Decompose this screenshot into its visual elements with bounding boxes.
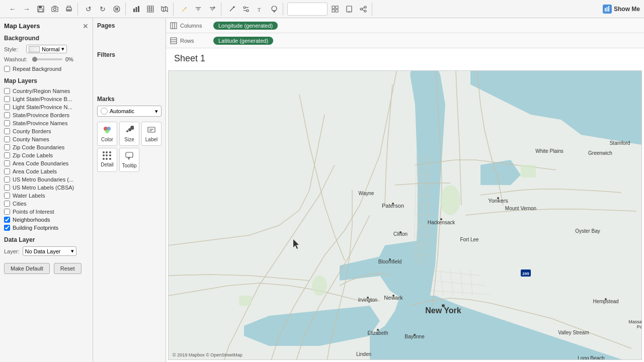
toolbar-nav-group: ← → [4,3,78,16]
cursor [293,239,298,244]
layer-checkbox-3[interactable] [4,112,10,118]
chart-btn[interactable] [130,3,143,16]
svg-text:Oyster Bay: Oyster Bay [575,228,600,234]
rows-shelf: Rows Latitude (generated) [166,33,644,48]
device-btn[interactable] [287,3,328,16]
layer-checkbox-13[interactable] [4,193,10,199]
svg-point-4 [54,8,56,11]
svg-point-94 [312,276,327,296]
layer-row-14: Cities [4,200,89,207]
text-btn[interactable]: T [254,3,267,16]
layer-checkbox-9[interactable] [4,160,10,166]
svg-rect-40 [332,10,335,12]
layer-checkbox-16[interactable] [4,217,10,223]
layer-checkbox-2[interactable] [4,104,10,110]
svg-rect-66 [171,38,177,44]
annotation-btn[interactable] [225,3,238,16]
chevron-down-icon-2: ▾ [71,248,74,254]
map-layers-list: Country/Region NamesLight State/Province… [4,87,89,231]
marks-type-dropdown[interactable]: Automatic ▾ [97,106,162,117]
detail-mark-button[interactable]: Detail [97,148,117,172]
layer-row-5: County Borders [4,128,89,135]
svg-line-48 [362,10,364,11]
layer-checkbox-7[interactable] [4,144,10,150]
close-panel-button[interactable]: ✕ [83,23,89,30]
svg-point-32 [247,10,249,12]
data-layer-section-title: Data Layer [4,236,89,243]
layer-checkbox-15[interactable] [4,209,10,215]
camera-button[interactable] [48,3,61,16]
rows-pill[interactable]: Latitude (generated) [213,37,273,45]
layer-checkbox-17[interactable] [4,225,10,231]
layer-checkbox-6[interactable] [4,136,10,142]
sort-desc-btn[interactable] [206,3,219,16]
style-value: Normal [42,46,59,52]
map-container[interactable]: 295 New York Newark Yonkers Paterson Mou… [168,70,642,360]
layer-checkbox-4[interactable] [4,120,10,126]
svg-point-55 [126,130,128,132]
svg-rect-38 [332,6,335,9]
table-btn[interactable] [144,3,157,16]
save-button[interactable] [34,3,47,16]
toolbar-chart-group [128,3,174,16]
label-mark-button[interactable]: Label [141,122,162,146]
layer-label-4: State/Province Names [13,120,67,126]
clip-btn[interactable] [239,3,253,16]
svg-text:Wayne: Wayne [359,191,374,196]
grid2-btn[interactable] [329,3,342,16]
highlight-btn[interactable] [178,3,191,16]
pause-button[interactable] [110,3,123,16]
undo-button[interactable]: ↺ [82,3,95,16]
layer-checkbox-0[interactable] [4,88,10,94]
svg-rect-2 [39,9,43,12]
map-layers-section-title: Map Layers [4,77,89,84]
filter-sort-btn[interactable] [192,3,205,16]
layer-label-2: Light State/Province N... [13,104,72,110]
rows-icon [170,37,177,44]
tooltip-mark-button[interactable]: Tooltip [119,148,139,172]
map-btn[interactable] [158,3,171,16]
pages-label: Pages [97,22,162,29]
slider-thumb [32,57,37,62]
tooltip-btn-label: Tooltip [122,163,137,168]
layer-checkbox-11[interactable] [4,176,10,183]
repeat-background-row: Repeat Background [4,65,89,72]
data-layer-dropdown[interactable]: No Data Layer ▾ [23,246,76,256]
style-dropdown[interactable]: Normal ▾ [26,45,67,53]
make-default-button[interactable]: Make Default [4,263,50,274]
layer-checkbox-8[interactable] [4,152,10,158]
svg-text:Park: Park [637,324,641,329]
layer-checkbox-5[interactable] [4,128,10,134]
size-mark-button[interactable]: Size [119,122,139,146]
redo-button[interactable]: ↻ [96,3,109,16]
reset-button[interactable]: Reset [54,263,82,274]
svg-marker-18 [162,7,168,12]
detail-mark-icon [103,151,112,160]
forward-button[interactable]: → [20,3,33,16]
show-me-button[interactable]: Show Me [603,5,640,14]
layer-checkbox-1[interactable] [4,96,10,102]
layer-label: Layer: [4,248,20,254]
back-button[interactable]: ← [6,3,19,16]
washout-value: 0% [65,56,73,62]
svg-point-92 [440,185,460,215]
svg-point-7 [114,6,120,12]
tooltip2-btn[interactable] [268,3,281,16]
svg-text:Fort Lee: Fort Lee [460,237,479,242]
share-btn[interactable] [357,3,370,16]
svg-point-133 [392,203,394,205]
repeat-background-checkbox[interactable] [4,66,10,72]
toolbar: ← → ↺ ↻ [0,0,644,18]
print-button[interactable] [62,3,75,16]
layer-row-4: State/Province Names [4,120,89,127]
device2-btn[interactable] [343,3,356,16]
washout-slider[interactable] [32,58,62,60]
layer-checkbox-14[interactable] [4,201,10,207]
svg-point-137 [399,231,401,233]
layer-checkbox-10[interactable] [4,168,10,174]
layer-label-9: Area Code Boundaries [13,160,68,166]
columns-pill[interactable]: Longitude (generated) [213,22,278,30]
bottom-buttons: Make Default Reset [4,263,89,274]
color-mark-button[interactable]: Color [97,122,117,146]
layer-checkbox-12[interactable] [4,185,10,191]
